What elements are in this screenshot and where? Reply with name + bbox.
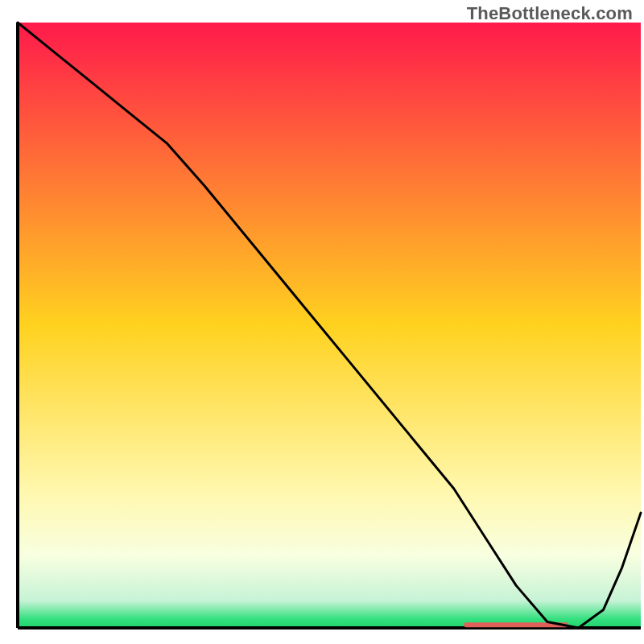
chart-svg bbox=[0, 0, 644, 644]
plot-background bbox=[18, 23, 641, 628]
chart-container: TheBottleneck.com bbox=[0, 0, 644, 644]
